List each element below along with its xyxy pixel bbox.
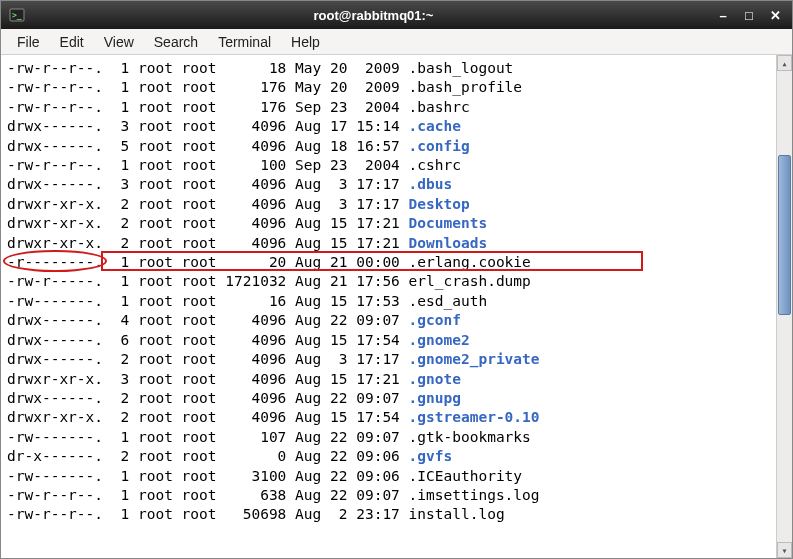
file-name: .bash_profile [409, 79, 523, 95]
file-name: Downloads [409, 235, 488, 251]
menubar: File Edit View Search Terminal Help [1, 29, 792, 55]
menu-help[interactable]: Help [281, 31, 330, 53]
scrollbar-thumb[interactable] [778, 155, 791, 315]
file-listing-row: drwx------. 2 root root 4096 Aug 22 09:0… [7, 389, 770, 408]
file-name: .gnome2 [409, 332, 470, 348]
file-name: install.log [409, 506, 505, 522]
minimize-button[interactable]: – [714, 8, 732, 22]
menu-search[interactable]: Search [144, 31, 208, 53]
terminal-area: -rw-r--r--. 1 root root 18 May 20 2009 .… [1, 55, 792, 558]
file-listing-row: -rw-r--r--. 1 root root 176 May 20 2009 … [7, 78, 770, 97]
file-listing-row: -rw-r--r--. 1 root root 100 Sep 23 2004 … [7, 156, 770, 175]
file-listing-row: -rw-r--r--. 1 root root 50698 Aug 2 23:1… [7, 505, 770, 524]
file-name: .gvfs [409, 448, 453, 464]
titlebar[interactable]: >_ root@rabbitmq01:~ – □ ✕ [1, 1, 792, 29]
file-name: .ICEauthority [409, 468, 523, 484]
file-listing-row: dr-x------. 2 root root 0 Aug 22 09:06 .… [7, 447, 770, 466]
file-listing-row: -rw-------. 1 root root 16 Aug 15 17:53 … [7, 292, 770, 311]
file-name: .gnome2_private [409, 351, 540, 367]
file-name: .gnote [409, 371, 461, 387]
file-name: .gstreamer-0.10 [409, 409, 540, 425]
menu-terminal[interactable]: Terminal [208, 31, 281, 53]
file-name: .imsettings.log [409, 487, 540, 503]
file-listing-row: drwx------. 4 root root 4096 Aug 22 09:0… [7, 311, 770, 330]
file-listing-row: drwx------. 3 root root 4096 Aug 3 17:17… [7, 175, 770, 194]
file-listing-row: drwxr-xr-x. 2 root root 4096 Aug 15 17:5… [7, 408, 770, 427]
file-listing-row: -rw-------. 1 root root 107 Aug 22 09:07… [7, 428, 770, 447]
menu-file[interactable]: File [7, 31, 50, 53]
file-listing-row: drwx------. 6 root root 4096 Aug 15 17:5… [7, 331, 770, 350]
file-listing-row: drwx------. 2 root root 4096 Aug 3 17:17… [7, 350, 770, 369]
window-title: root@rabbitmq01:~ [33, 8, 714, 23]
scroll-down-icon[interactable]: ▾ [777, 542, 792, 558]
file-name: Documents [409, 215, 488, 231]
file-listing-row: drwx------. 3 root root 4096 Aug 17 15:1… [7, 117, 770, 136]
file-listing-row: drwx------. 5 root root 4096 Aug 18 16:5… [7, 137, 770, 156]
terminal-app-icon: >_ [9, 7, 25, 23]
close-button[interactable]: ✕ [766, 8, 784, 22]
file-listing-row: -rw-r--r--. 1 root root 18 May 20 2009 .… [7, 59, 770, 78]
highlight-row-box [101, 251, 643, 271]
file-listing-row: drwxr-xr-x. 2 root root 4096 Aug 15 17:2… [7, 214, 770, 233]
file-name: .config [409, 138, 470, 154]
terminal-window: >_ root@rabbitmq01:~ – □ ✕ File Edit Vie… [0, 0, 793, 559]
file-name: .bashrc [409, 99, 470, 115]
file-listing-row: drwxr-xr-x. 3 root root 4096 Aug 15 17:2… [7, 370, 770, 389]
file-name: .gconf [409, 312, 461, 328]
file-name: .bash_logout [409, 60, 514, 76]
menu-view[interactable]: View [94, 31, 144, 53]
scrollbar[interactable]: ▴ ▾ [776, 55, 792, 558]
file-name: .gtk-bookmarks [409, 429, 531, 445]
file-name: Desktop [409, 196, 470, 212]
scroll-up-icon[interactable]: ▴ [777, 55, 792, 71]
file-listing-row: -rw-------. 1 root root 3100 Aug 22 09:0… [7, 467, 770, 486]
file-listing-row: -rw-r--r--. 1 root root 176 Sep 23 2004 … [7, 98, 770, 117]
file-name: .gnupg [409, 390, 461, 406]
file-name: .dbus [409, 176, 453, 192]
maximize-button[interactable]: □ [740, 8, 758, 22]
terminal-output[interactable]: -rw-r--r--. 1 root root 18 May 20 2009 .… [1, 55, 776, 558]
menu-edit[interactable]: Edit [50, 31, 94, 53]
window-controls: – □ ✕ [714, 8, 784, 22]
svg-text:>_: >_ [12, 11, 22, 20]
file-listing-row: -rw-r-----. 1 root root 1721032 Aug 21 1… [7, 272, 770, 291]
file-name: erl_crash.dump [409, 273, 531, 289]
file-name: .cache [409, 118, 461, 134]
file-listing-row: drwxr-xr-x. 2 root root 4096 Aug 3 17:17… [7, 195, 770, 214]
file-name: .esd_auth [409, 293, 488, 309]
file-listing-row: -rw-r--r--. 1 root root 638 Aug 22 09:07… [7, 486, 770, 505]
file-name: .cshrc [409, 157, 461, 173]
